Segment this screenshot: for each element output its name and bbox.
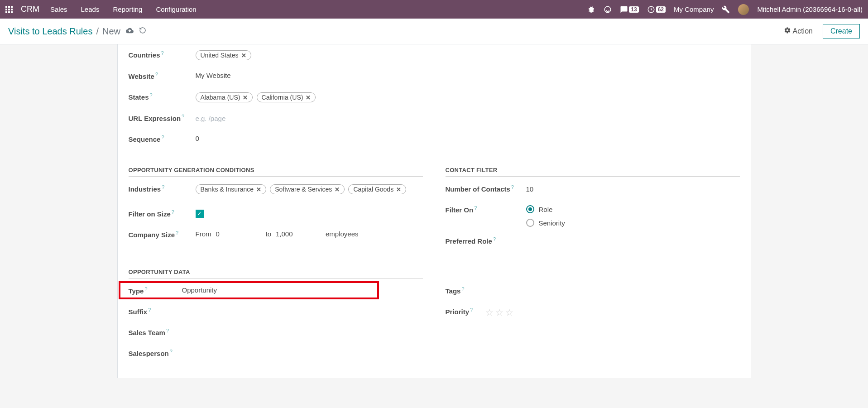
suffix-field[interactable]	[182, 306, 423, 307]
states-field[interactable]: Alabama (US)✕ California (US)✕	[196, 91, 423, 104]
control-panel: Visits to Leads Rules / New Action Creat…	[0, 19, 868, 44]
filter-on-label: Filter On?	[446, 204, 526, 214]
radio-icon	[526, 205, 534, 213]
top-navbar: CRM Sales Leads Reporting Configuration …	[0, 0, 868, 19]
save-cloud-icon[interactable]	[126, 27, 134, 36]
num-contacts-input[interactable]	[526, 184, 740, 194]
close-icon[interactable]: ✕	[243, 94, 248, 101]
action-button[interactable]: Action	[784, 27, 813, 36]
website-label: Website?	[129, 70, 196, 80]
url-label: URL Expression?	[129, 112, 196, 122]
suffix-label: Suffix?	[129, 306, 182, 316]
size-unit: employees	[326, 230, 359, 238]
priority-label: Priority?	[446, 306, 485, 316]
radio-seniority-label: Seniority	[539, 219, 565, 227]
apps-icon[interactable]	[5, 6, 14, 13]
messages-badge: 13	[629, 6, 638, 13]
app-brand[interactable]: CRM	[21, 5, 39, 14]
menu-reporting[interactable]: Reporting	[113, 5, 142, 13]
group-data-title: OPPORTUNITY DATA	[129, 269, 423, 275]
size-from-label: From	[196, 230, 211, 238]
close-icon[interactable]: ✕	[396, 186, 401, 193]
breadcrumb-current: New	[102, 26, 120, 37]
menu-configuration[interactable]: Configuration	[156, 5, 196, 13]
preferred-role-field[interactable]	[526, 235, 740, 236]
size-from-value[interactable]: 0	[216, 230, 243, 238]
tag-industry[interactable]: Software & Services✕	[270, 184, 345, 194]
close-icon[interactable]: ✕	[241, 52, 246, 59]
close-icon[interactable]: ✕	[256, 186, 261, 193]
discard-icon[interactable]	[139, 27, 146, 36]
tag-state[interactable]: California (US)✕	[257, 92, 316, 102]
activities-badge: 62	[656, 6, 666, 13]
tag-state[interactable]: Alabama (US)✕	[196, 92, 253, 102]
activities-icon[interactable]: 62	[647, 5, 666, 14]
star-icon[interactable]: ☆	[495, 307, 504, 318]
user-menu[interactable]: Mitchell Admin (20366964-16-0-all)	[757, 5, 863, 13]
tag-country[interactable]: United States✕	[196, 50, 251, 60]
radio-icon	[526, 219, 534, 227]
star-icon[interactable]: ☆	[505, 307, 513, 318]
action-label: Action	[793, 27, 813, 35]
tag-industry[interactable]: Banks & Insurance✕	[196, 184, 267, 194]
company-switcher[interactable]: My Company	[674, 5, 714, 13]
sales-team-label: Sales Team?	[129, 326, 182, 336]
menu-leads[interactable]: Leads	[81, 5, 100, 13]
support-icon[interactable]	[604, 5, 612, 14]
website-field[interactable]: My Website	[196, 70, 423, 79]
industries-field[interactable]: Banks & Insurance✕ Software & Services✕ …	[196, 183, 423, 196]
messages-icon[interactable]: 13	[620, 5, 638, 14]
company-size-label: Company Size?	[129, 229, 196, 239]
breadcrumb: Visits to Leads Rules / New	[8, 26, 146, 37]
main-menu: Sales Leads Reporting Configuration	[50, 5, 197, 13]
countries-label: Countries?	[129, 49, 196, 59]
radio-role-label: Role	[539, 206, 553, 213]
tag-industry[interactable]: Capital Goods✕	[348, 184, 406, 194]
salesperson-label: Salesperson?	[129, 347, 182, 357]
filter-size-checkbox[interactable]: ✓	[196, 210, 204, 218]
debug-icon[interactable]	[587, 5, 595, 14]
group-conditions-title: OPPORTUNITY GENERATION CONDITIONS	[129, 167, 423, 173]
menu-sales[interactable]: Sales	[50, 5, 67, 13]
radio-role[interactable]: Role	[526, 205, 740, 213]
group-contact-title: CONTACT FILTER	[446, 167, 740, 173]
tags-field[interactable]	[485, 285, 740, 286]
close-icon[interactable]: ✕	[335, 186, 340, 193]
url-input[interactable]	[196, 114, 423, 124]
priority-stars[interactable]: ☆ ☆ ☆	[485, 307, 740, 318]
close-icon[interactable]: ✕	[306, 94, 311, 101]
radio-seniority[interactable]: Seniority	[526, 219, 740, 227]
sales-team-field[interactable]	[182, 326, 423, 328]
create-button[interactable]: Create	[823, 24, 860, 38]
size-to-label: to	[266, 230, 272, 238]
breadcrumb-separator: /	[96, 26, 99, 37]
preferred-role-label: Preferred Role?	[446, 235, 526, 245]
salesperson-field[interactable]	[182, 347, 423, 349]
form-sheet: Countries? United States✕ Website? My We…	[117, 44, 751, 378]
breadcrumb-root[interactable]: Visits to Leads Rules	[8, 26, 92, 37]
size-to-value[interactable]: 1,000	[276, 230, 303, 238]
industries-label: Industries?	[129, 183, 196, 193]
num-contacts-label: Number of Contacts?	[446, 183, 526, 193]
sequence-field[interactable]: 0	[196, 133, 423, 142]
type-label: Type?	[129, 285, 182, 295]
tools-icon[interactable]	[722, 5, 730, 14]
star-icon[interactable]: ☆	[485, 307, 494, 318]
tags-label: Tags?	[446, 285, 485, 295]
sequence-label: Sequence?	[129, 133, 196, 143]
gear-icon	[784, 27, 791, 36]
filter-size-label: Filter on Size?	[129, 208, 196, 218]
states-label: States?	[129, 91, 196, 101]
countries-field[interactable]: United States✕	[196, 49, 423, 62]
avatar[interactable]	[738, 4, 749, 15]
type-field[interactable]: Opportunity	[182, 285, 423, 294]
